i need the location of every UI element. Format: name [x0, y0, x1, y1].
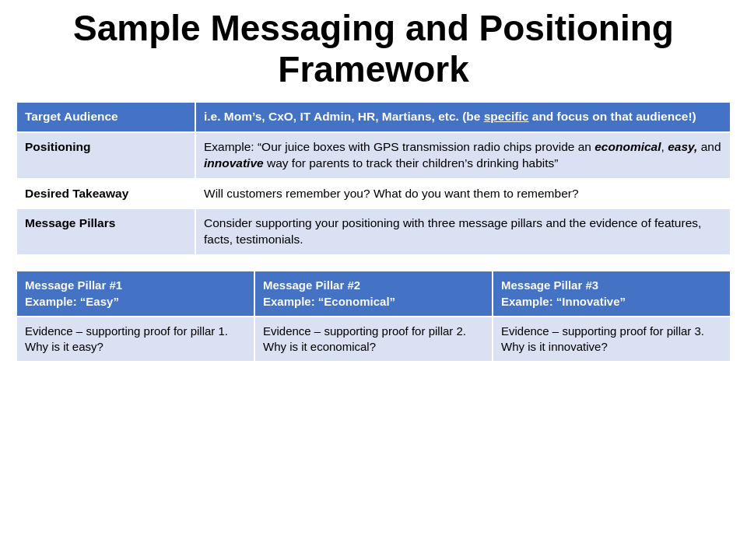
pillar-evidence-row: Evidence – supporting proof for pillar 1… [16, 317, 731, 362]
positioning-label: Positioning [16, 132, 195, 179]
takeaway-row: Desired Takeaway Will customers remember… [16, 179, 731, 209]
audience-content: i.e. Mom’s, CxO, IT Admin, HR, Martians,… [195, 102, 731, 132]
main-framework-table: Target Audience i.e. Mom’s, CxO, IT Admi… [16, 101, 731, 257]
pillar3-evidence: Evidence – supporting proof for pillar 3… [493, 317, 731, 362]
pillar1-evidence: Evidence – supporting proof for pillar 1… [16, 317, 254, 362]
positioning-row: Positioning Example: “Our juice boxes wi… [16, 132, 731, 179]
pillars-content: Consider supporting your positioning wit… [195, 208, 731, 255]
pillar3-header: Message Pillar #3 Example: “Innovative” [493, 271, 731, 317]
pillars-row: Message Pillars Consider supporting your… [16, 208, 731, 255]
pillar1-header: Message Pillar #1 Example: “Easy” [16, 271, 254, 317]
pillar2-header: Message Pillar #2 Example: “Economical” [254, 271, 493, 317]
audience-row: Target Audience i.e. Mom’s, CxO, IT Admi… [16, 102, 731, 132]
positioning-content: Example: “Our juice boxes with GPS trans… [195, 132, 731, 179]
pillar2-evidence: Evidence – supporting proof for pillar 2… [254, 317, 493, 362]
pillars-label: Message Pillars [16, 208, 195, 255]
takeaway-label: Desired Takeaway [16, 179, 195, 209]
takeaway-content: Will customers remember you? What do you… [195, 179, 731, 209]
pillar-header-row: Message Pillar #1 Example: “Easy” Messag… [16, 271, 731, 317]
pillar-table: Message Pillar #1 Example: “Easy” Messag… [16, 270, 731, 362]
audience-label: Target Audience [16, 102, 195, 132]
page-title: Sample Messaging and Positioning Framewo… [16, 8, 731, 90]
